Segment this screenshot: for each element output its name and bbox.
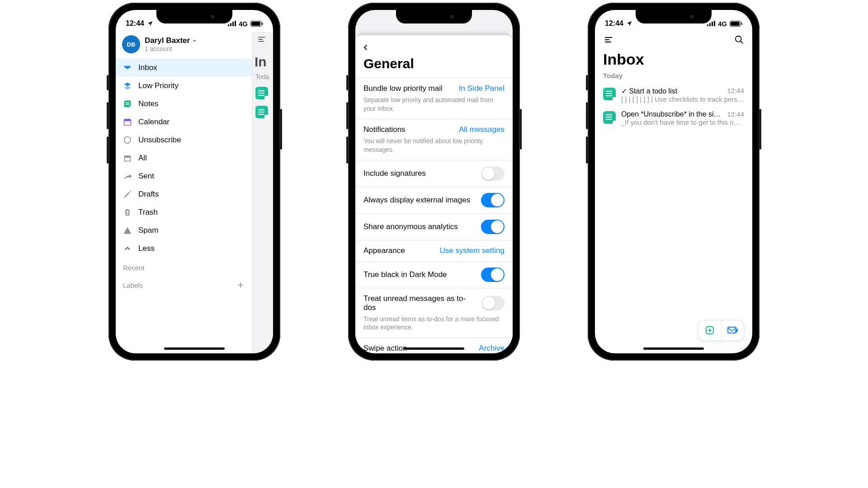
notes-icon — [123, 99, 132, 108]
setting-label: Share anonymous analytics — [363, 222, 458, 231]
setting-external-images: Always display external images — [355, 187, 513, 214]
message-time: 12:44 — [727, 110, 744, 118]
nav-low-priority[interactable]: Low Priority — [116, 77, 252, 95]
nav-drafts[interactable]: Drafts — [116, 185, 252, 203]
setting-value: In Side Panel — [459, 84, 505, 93]
note-icon — [603, 111, 616, 124]
avatar: DB — [122, 35, 140, 53]
nav-less[interactable]: Less — [116, 239, 252, 258]
settings-sheet: General Bundle low priority mail In Side… — [355, 35, 513, 353]
nav-inbox[interactable]: Inbox — [116, 59, 252, 77]
svg-rect-0 — [228, 24, 229, 26]
svg-rect-19 — [714, 21, 715, 26]
nav-calendar[interactable]: Calendar — [116, 113, 252, 131]
setting-label: Bundle low priority mail — [363, 84, 443, 93]
nav-trash[interactable]: Trash — [116, 203, 252, 221]
setting-swipe[interactable]: Swipe action Archive — [355, 338, 513, 353]
setting-analytics: Share anonymous analytics — [355, 214, 513, 240]
recent-section: Recent — [116, 258, 252, 274]
setting-desc: Treat unread items as to-dos for a more … — [363, 315, 505, 332]
message-title: ✓ Start a todo list — [621, 87, 677, 95]
compose-button[interactable] — [721, 320, 744, 340]
nav-label: Notes — [138, 99, 158, 108]
home-indicator[interactable] — [404, 347, 464, 350]
toggle-external-images[interactable] — [481, 193, 505, 207]
svg-rect-1 — [230, 23, 231, 26]
warning-icon — [123, 226, 132, 235]
setting-notifications[interactable]: Notifications All messages You will neve… — [355, 119, 513, 160]
settings-title: General — [355, 52, 513, 78]
home-indicator[interactable] — [643, 347, 704, 350]
chevron-down-icon — [192, 38, 197, 43]
setting-label: Swipe action — [363, 344, 407, 353]
inbox-icon — [123, 63, 132, 72]
location-icon — [626, 20, 632, 27]
cellular-icon — [707, 21, 715, 26]
setting-value: Use system setting — [439, 246, 505, 255]
account-header[interactable]: DB Daryl Baxter 1 account — [116, 32, 252, 57]
svg-rect-14 — [124, 155, 131, 157]
nav-label: Calendar — [138, 117, 170, 127]
setting-appearance[interactable]: Appearance Use system setting — [355, 240, 513, 262]
nav-notes[interactable]: Notes — [116, 95, 252, 113]
home-indicator[interactable] — [164, 347, 225, 350]
nav-label: Drafts — [138, 190, 159, 199]
floating-actions — [698, 320, 744, 341]
message-row[interactable]: ✓ Start a todo list 12:44 [ ] | [ ] | [ … — [595, 83, 752, 107]
svg-rect-2 — [232, 22, 234, 26]
setting-bundle[interactable]: Bundle low priority mail In Side Panel S… — [355, 78, 513, 119]
message-preview: [ ] | [ ] | [ ] | Use checklists to trac… — [621, 95, 744, 103]
setting-label: Include signatures — [363, 169, 426, 178]
svg-rect-22 — [741, 23, 742, 25]
shield-icon — [123, 136, 132, 145]
message-preview: _If you don't have time to get to this n… — [621, 118, 744, 126]
svg-rect-6 — [262, 23, 263, 25]
svg-rect-13 — [129, 118, 130, 120]
new-note-button[interactable] — [698, 320, 721, 340]
nav-label: Inbox — [138, 63, 157, 72]
menu-button[interactable] — [603, 34, 614, 45]
message-row[interactable]: Open *Unsubscribe* in the side pan... 12… — [595, 107, 752, 130]
main-content-peek[interactable]: In Toda — [252, 32, 273, 353]
account-name: Daryl Baxter — [145, 36, 190, 45]
setting-label: True black in Dark Mode — [363, 270, 447, 279]
setting-true-black: True black in Dark Mode — [355, 262, 513, 288]
archive-icon — [123, 154, 132, 163]
location-icon — [147, 20, 153, 27]
search-button[interactable] — [734, 35, 744, 45]
labels-section: Labels — [123, 282, 143, 289]
add-label-button[interactable] — [236, 281, 245, 290]
nav-label: Sent — [138, 172, 154, 181]
nav-label: Low Priority — [138, 81, 179, 90]
nav-all[interactable]: All — [116, 149, 252, 167]
menu-icon[interactable] — [257, 34, 267, 44]
nav-label: All — [138, 154, 147, 163]
nav-sent[interactable]: Sent — [116, 167, 252, 185]
toggle-signatures[interactable] — [481, 166, 505, 181]
svg-rect-15 — [124, 157, 130, 161]
nav-unsubscribe[interactable]: Unsubscribe — [116, 131, 252, 149]
phone-settings: General Bundle low priority mail In Side… — [348, 3, 520, 361]
svg-rect-17 — [709, 23, 711, 26]
section-today: Today — [595, 70, 752, 83]
toggle-true-black[interactable] — [481, 267, 505, 282]
status-time: 12:44 — [605, 19, 623, 28]
message-title: Open *Unsubscribe* in the side pan... — [621, 110, 722, 118]
svg-rect-12 — [126, 118, 127, 120]
phone-sidebar: 12:44 4G — [108, 3, 280, 361]
setting-label: Notifications — [363, 125, 406, 134]
phone-inbox: 12:44 4G — [588, 3, 760, 361]
svg-rect-21 — [731, 22, 740, 26]
toggle-unread-todos[interactable] — [481, 296, 505, 310]
nav-spam[interactable]: Spam — [116, 221, 252, 239]
setting-desc: Separate low priority and automated mail… — [363, 96, 505, 113]
svg-rect-8 — [126, 103, 129, 103]
back-button[interactable] — [355, 35, 513, 52]
status-time: 12:44 — [126, 19, 144, 28]
nav-label: Less — [138, 244, 155, 253]
nav-label: Spam — [138, 226, 158, 235]
nav-sidebar: DB Daryl Baxter 1 account — [116, 32, 252, 353]
toggle-analytics[interactable] — [481, 220, 505, 234]
stack-icon — [123, 81, 132, 90]
note-icon — [603, 88, 616, 100]
